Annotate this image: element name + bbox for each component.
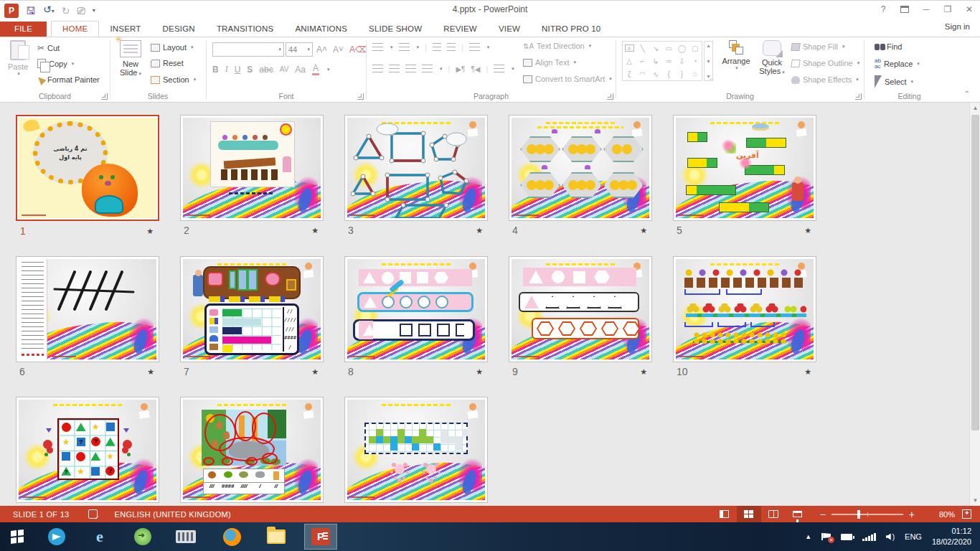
reset-button[interactable]: Reset [151,59,184,67]
section-button[interactable]: Section▾ [151,75,196,84]
select-button[interactable]: Select▾ [875,75,913,88]
slide-thumbnail-8[interactable]: 8 ★ [344,256,488,362]
font-name-combo[interactable]: ▾ [212,42,284,57]
tab-transitions[interactable]: TRANSITIONS [206,22,285,37]
action-center-flag-icon[interactable] [821,533,831,540]
convert-smartart-button[interactable]: Convert to SmartArt▾ [523,75,612,83]
slide-sorter-view-button[interactable] [737,506,761,522]
tab-nitro[interactable]: NITRO PRO 10 [531,22,611,37]
spellcheck-icon[interactable] [88,509,98,519]
right-brace-shape-icon[interactable]: } [681,70,683,78]
taskbar-internet-explorer[interactable]: e [83,524,116,550]
find-button[interactable]: Find [875,42,902,51]
minimize-button[interactable]: ─ [915,1,937,18]
elbow-connector-icon[interactable]: ⌐ [641,57,645,65]
left-brace-shape-icon[interactable]: { [667,70,669,78]
quick-styles-button[interactable]: Quick Styles▾ [757,40,787,75]
tab-home[interactable]: HOME [51,21,99,37]
increase-indent-icon[interactable] [447,43,456,52]
decrease-font-icon[interactable]: A˅ [331,44,346,55]
zoom-in-button[interactable]: + [903,509,920,520]
maximize-button[interactable]: ❐ [937,1,958,18]
collapse-ribbon-icon[interactable]: ⌃ [964,90,970,98]
taskbar-onscreen-keyboard[interactable] [169,524,202,550]
font-dialog-launcher[interactable] [357,93,364,100]
increase-font-icon[interactable]: A˄ [314,44,329,55]
bold-button[interactable]: B [212,65,219,75]
network-signal-icon[interactable] [862,533,876,541]
curve-shape-icon[interactable]: ∿ [653,70,659,78]
taskbar-powerpoint[interactable]: P [304,524,337,550]
sign-in-link[interactable]: Sign in [945,22,970,31]
decrease-indent-icon[interactable] [433,43,441,52]
slide-thumbnail-5[interactable]: آفرین 5 ★ [673,115,816,221]
slide-thumbnail-13[interactable]: 13 ★ [344,397,488,503]
paragraph-dialog-launcher[interactable] [607,93,613,100]
tab-file[interactable]: FILE [0,22,47,37]
rounded-rect-shape-icon[interactable]: ▢ [692,44,698,52]
new-slide-button[interactable]: New Slide▾ [115,40,146,77]
fit-slide-to-window-icon[interactable] [962,509,971,519]
corner-shape-icon[interactable]: ◔ [693,57,697,65]
elbow-arrow-icon[interactable]: ↳ [653,57,659,65]
scroll-up-arrow[interactable]: ▲ [970,103,980,113]
tab-review[interactable]: REVIEW [433,22,488,37]
star-shape-icon[interactable]: ☆ [692,70,698,78]
down-arrow-shape-icon[interactable]: ⇩ [679,57,684,65]
taskbar-telegram[interactable] [40,524,73,550]
ltr-direction-icon[interactable]: ▶¶ [456,65,465,73]
underline-button[interactable]: U [235,65,241,75]
speaker-icon[interactable] [886,533,895,541]
change-case-button[interactable]: Aa [295,65,306,75]
taskbar-download-manager[interactable] [126,524,159,550]
tab-design[interactable]: DESIGN [152,22,206,37]
numbering-icon[interactable] [399,43,410,52]
align-left-icon[interactable] [372,65,383,73]
arrow-shape-icon[interactable]: ↘ [653,44,659,52]
arc-shape-icon[interactable]: ◠ [639,70,646,78]
help-button[interactable]: ? [872,1,894,18]
slide-thumbnail-3[interactable]: 3 ★ [344,115,488,221]
replace-button[interactable]: abacReplace▾ [875,58,920,70]
zoom-out-button[interactable]: − [814,509,831,520]
tab-animations[interactable]: ANIMATIONS [284,22,358,37]
textbox-shape-icon[interactable]: A [625,44,634,52]
clock[interactable]: 01:12 18/02/2020 [932,526,971,547]
slide-sorter-area[interactable]: تم 4 ریاضی پایه اول 1 ★ [0,103,980,506]
input-language[interactable]: ENG [905,532,922,541]
scrollbar-thumb[interactable] [971,115,979,430]
line-shape-icon[interactable]: ╲ [640,44,644,52]
rtl-direction-icon[interactable]: ¶◀ [471,65,480,73]
character-spacing-button[interactable]: AV [280,65,289,73]
zoom-slider-track[interactable] [831,514,903,515]
align-text-button[interactable]: Align Text▾ [523,58,576,67]
normal-view-button[interactable] [712,506,737,522]
triangle-shape-icon[interactable]: △ [626,57,632,65]
arrange-button[interactable]: Arrange▾ [718,40,754,71]
language-indicator[interactable]: ENGLISH (UNITED KINGDOM) [115,510,231,519]
slide-thumbnail-1[interactable]: تم 4 ریاضی پایه اول 1 ★ [16,115,159,221]
format-painter-button[interactable]: Format Painter [37,75,100,84]
taskbar-firefox[interactable] [215,524,248,550]
slide-thumbnail-4[interactable]: 4 ★ [509,115,652,221]
slide-thumbnail-9[interactable]: 9 ★ [509,256,652,362]
slide-thumbnail-12[interactable]: /// #### //// / // 12 ★ [180,397,324,503]
scribble-shape-icon[interactable]: ζ [628,70,631,78]
drawing-dialog-launcher[interactable] [855,93,862,100]
columns-icon[interactable] [494,65,504,73]
clipboard-dialog-launcher[interactable] [101,93,108,100]
taskbar-file-explorer[interactable] [260,524,293,550]
ribbon-display-options-button[interactable] [894,1,915,18]
font-color-button[interactable]: A [312,63,319,75]
slide-thumbnail-6[interactable]: 6 ★ [16,256,159,362]
align-center-icon[interactable] [389,65,400,73]
align-right-icon[interactable] [405,65,416,73]
bullets-icon[interactable] [372,43,383,52]
reading-view-button[interactable] [761,506,786,522]
slide-thumbnail-10[interactable]: 10 ★ [673,256,816,362]
justify-icon[interactable] [422,65,433,73]
scroll-down-arrow[interactable]: ▼ [970,495,980,506]
shapes-gallery[interactable]: A ╲ ↘ ▭ ◯ ▢ △ ⌐ ↳ ⇨ ⇩ ◔ ζ ◠ ∿ { } ☆ [622,41,702,81]
line-spacing-icon[interactable] [469,43,480,52]
slide-thumbnail-11[interactable]: ★ ★ ? ? ★ ? ★ ? [16,397,159,503]
